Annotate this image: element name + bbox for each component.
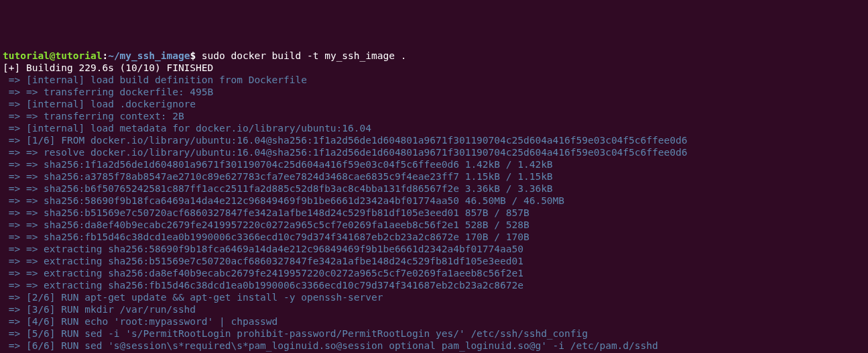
prompt-dollar: $ [190,50,201,61]
build-step-line: => => resolve docker.io/library/ubuntu:1… [3,146,865,158]
prompt-line: tutorial@tutorial:~/my_ssh_image$ sudo d… [3,50,865,62]
build-step-line: => => sha256:da8ef40b9ecabc2679fe2419957… [3,219,865,231]
build-step-line: => => extracting sha256:fb15d46c38dcd1ea… [3,279,865,291]
prompt-at: @ [50,50,56,61]
build-step-line: => => sha256:58690f9b18fca6469a14da4e212… [3,195,865,207]
build-step-line: => => sha256:b6f50765242581c887ff1acc251… [3,183,865,195]
command-text: sudo docker build -t my_ssh_image . [202,50,407,61]
build-step-line: => [4/6] RUN echo 'root:mypassword' | ch… [3,315,865,327]
build-step-line: => [5/6] RUN sed -i 's/PermitRootLogin p… [3,327,865,340]
build-step-line: => [2/6] RUN apt-get update && apt-get i… [3,291,865,303]
build-step-line: => [6/6] RUN sed 's@session\s*required\s… [3,340,865,352]
build-status-line: [+] Building 229.6s (10/10) FINISHED [3,62,865,74]
build-output: => [internal] load build definition from… [3,74,865,353]
build-step-line: => => extracting sha256:da8ef40b9ecabc26… [3,267,865,279]
build-step-line: => => sha256:fb15d46c38dcd1ea0b1990006c3… [3,231,865,243]
build-step-line: => => transferring context: 2B [3,110,865,122]
prompt-colon: : [102,50,108,61]
build-step-line: => => extracting sha256:b51569e7c50720ac… [3,255,865,267]
prompt-user: tutorial [3,50,50,61]
build-step-line: => => sha256:b51569e7c50720acf6860327847… [3,207,865,219]
build-step-line: => => sha256:a3785f78ab8547ae2710c89e627… [3,170,865,183]
prompt-path: ~/my_ssh_image [108,50,190,61]
build-step-line: => [3/6] RUN mkdir /var/run/sshd [3,303,865,315]
build-step-line: => [1/6] FROM docker.io/library/ubuntu:1… [3,134,865,146]
build-step-line: => => transferring dockerfile: 495B [3,86,865,98]
build-step-line: => [internal] load metadata for docker.i… [3,122,865,134]
build-step-line: => => sha256:1f1a2d56de1d604801a9671f301… [3,158,865,170]
build-step-line: => [internal] load .dockerignore [3,98,865,110]
build-step-line: => => extracting sha256:58690f9b18fca646… [3,243,865,255]
prompt-host: tutorial [56,50,103,61]
build-step-line: => [internal] load build definition from… [3,74,865,86]
